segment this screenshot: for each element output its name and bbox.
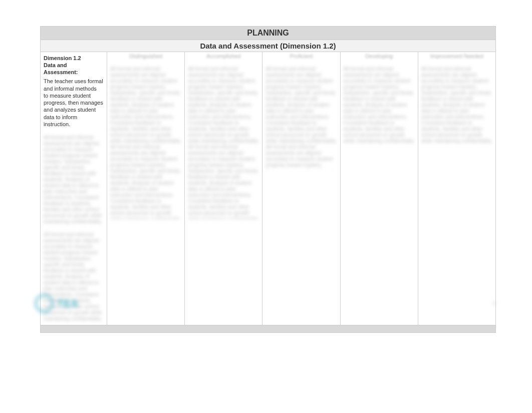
dimension-body-line: The teacher uses formal and informal met… xyxy=(44,78,103,91)
dimension-title-line: Assessment: xyxy=(44,69,78,75)
rating-text-blur: All formal and informal assessments are … xyxy=(262,63,340,169)
dimension-body: The teacher uses formal and informal met… xyxy=(44,78,104,128)
rating-text-blur: All formal and informal assessments are … xyxy=(107,63,184,219)
rubric-grid: Dimension 1.2 Data and Assessment: The t… xyxy=(40,52,496,325)
rating-text-blur: All formal and informal assessments are … xyxy=(341,63,418,144)
rating-header: Proficient xyxy=(262,52,340,63)
rating-text-blur: All formal and informal assessments are … xyxy=(185,63,262,219)
rating-header: Improvement Needed xyxy=(418,52,495,63)
section-header: PLANNING xyxy=(40,26,496,40)
rating-col-developing: Developing All formal and informal asses… xyxy=(341,52,418,325)
logo-text: TEA xyxy=(57,298,79,309)
rating-col-distinguished: Distinguished All formal and informal as… xyxy=(107,52,185,325)
rating-header: Developing xyxy=(341,52,418,63)
footer-logo: TEA xyxy=(35,294,79,312)
rubric-table: PLANNING Data and Assessment (Dimension … xyxy=(40,26,496,333)
rating-text-blur: All formal and informal assessments are … xyxy=(418,63,495,144)
dimension-body-line: to measure student progress, then manage… xyxy=(44,93,103,127)
dimension-title: Dimension 1.2 Data and Assessment: xyxy=(44,55,104,76)
logo-icon xyxy=(35,294,53,312)
table-footer-bar xyxy=(40,325,496,333)
dimension-title-line: Data and xyxy=(44,62,67,68)
page-number: 5 xyxy=(493,300,496,306)
dimension-title-line: Dimension 1.2 xyxy=(44,55,81,61)
rating-col-improvement: Improvement Needed All formal and inform… xyxy=(418,52,495,325)
rating-col-proficient: Proficient All formal and informal asses… xyxy=(262,52,340,325)
rating-header: Distinguished xyxy=(107,52,184,63)
dimension-extra-blur: All formal and informal assessments are … xyxy=(44,135,104,225)
dimension-cell: Dimension 1.2 Data and Assessment: The t… xyxy=(41,52,107,325)
rating-header: Accomplished xyxy=(185,52,262,63)
rating-col-accomplished: Accomplished All formal and informal ass… xyxy=(185,52,262,325)
subsection-header: Data and Assessment (Dimension 1.2) xyxy=(40,40,496,52)
